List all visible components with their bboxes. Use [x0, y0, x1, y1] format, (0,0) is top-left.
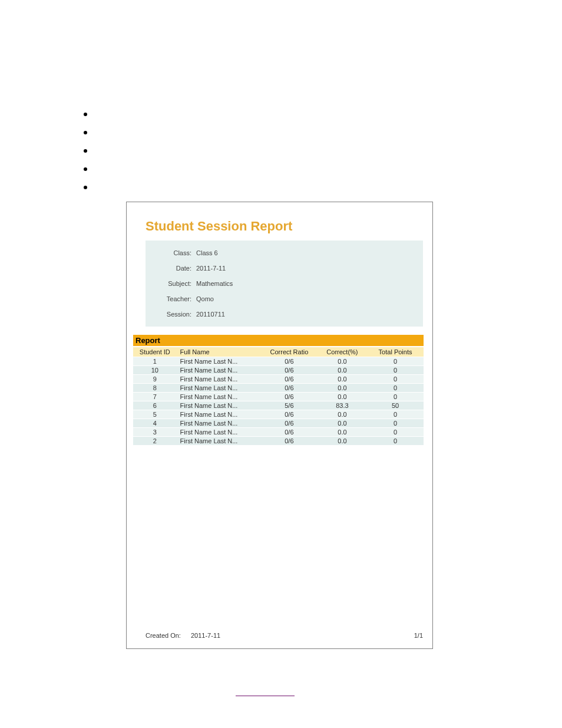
cell-total-points: 0: [367, 357, 424, 366]
info-row-date: Date: 2011-7-11: [146, 261, 423, 276]
info-label: Teacher:: [146, 295, 194, 302]
info-label: Date:: [146, 265, 194, 272]
col-total-points: Total Points: [367, 347, 424, 357]
cell-correct-pct: 0.0: [318, 357, 367, 366]
report-inner: Student Session Report Class: Class 6 Da…: [127, 202, 432, 648]
cell-student-id: 6: [133, 401, 177, 410]
underline-decoration: [236, 696, 295, 696]
col-correct-ratio: Correct Ratio: [261, 347, 318, 357]
cell-full-name: First Name Last N...: [177, 384, 261, 393]
info-row-session: Session: 20110711: [146, 307, 423, 322]
info-row-class: Class: Class 6: [146, 245, 423, 261]
page: Student Session Report Class: Class 6 Da…: [0, 0, 562, 728]
cell-correct-pct: 83.3: [318, 401, 367, 410]
cell-correct-ratio: 0/6: [261, 419, 318, 428]
cell-student-id: 2: [133, 437, 177, 446]
report-title: Student Session Report: [146, 219, 292, 234]
cell-student-id: 1: [133, 357, 177, 366]
col-correct-pct: Correct(%): [318, 347, 367, 357]
cell-total-points: 0: [367, 393, 424, 401]
table-row: 10First Name Last N...0/60.00: [133, 366, 424, 375]
info-value: 20110711: [194, 311, 225, 318]
cell-full-name: First Name Last N...: [177, 393, 261, 401]
cell-correct-pct: 0.0: [318, 428, 367, 437]
cell-correct-ratio: 0/6: [261, 375, 318, 384]
table-row: 7First Name Last N...0/60.00: [133, 393, 424, 401]
cell-student-id: 5: [133, 410, 177, 419]
cell-student-id: 10: [133, 366, 177, 375]
bullet-item: [84, 123, 87, 141]
page-number: 1/1: [414, 632, 423, 639]
cell-correct-ratio: 0/6: [261, 437, 318, 446]
cell-correct-ratio: 5/6: [261, 401, 318, 410]
cell-full-name: First Name Last N...: [177, 366, 261, 375]
cell-correct-ratio: 0/6: [261, 428, 318, 437]
cell-full-name: First Name Last N...: [177, 437, 261, 446]
cell-correct-pct: 0.0: [318, 375, 367, 384]
col-student-id: Student ID: [133, 347, 177, 357]
cell-total-points: 0: [367, 437, 424, 446]
cell-full-name: First Name Last N...: [177, 419, 261, 428]
table-row: 9First Name Last N...0/60.00: [133, 375, 424, 384]
cell-total-points: 50: [367, 401, 424, 410]
cell-total-points: 0: [367, 375, 424, 384]
bullet-item: [84, 178, 87, 196]
table-header-row: Student ID Full Name Correct Ratio Corre…: [133, 347, 424, 357]
created-on: Created On: 2011-7-11: [146, 632, 220, 639]
cell-total-points: 0: [367, 428, 424, 437]
cell-student-id: 8: [133, 384, 177, 393]
cell-total-points: 0: [367, 410, 424, 419]
cell-correct-pct: 0.0: [318, 437, 367, 446]
cell-full-name: First Name Last N...: [177, 375, 261, 384]
info-value: 2011-7-11: [194, 265, 226, 272]
info-label: Subject:: [146, 280, 194, 287]
cell-total-points: 0: [367, 366, 424, 375]
cell-correct-pct: 0.0: [318, 419, 367, 428]
table-row: 6First Name Last N...5/683.350: [133, 401, 424, 410]
bullet-item: [84, 141, 87, 160]
report-frame: Student Session Report Class: Class 6 Da…: [126, 202, 433, 649]
created-label: Created On:: [146, 632, 181, 639]
info-label: Class:: [146, 249, 194, 256]
cell-correct-ratio: 0/6: [261, 366, 318, 375]
table-row: 5First Name Last N...0/60.00: [133, 410, 424, 419]
bullet-item: [84, 105, 87, 123]
cell-full-name: First Name Last N...: [177, 401, 261, 410]
report-table: Student ID Full Name Correct Ratio Corre…: [133, 347, 424, 445]
info-row-teacher: Teacher: Qomo: [146, 291, 423, 307]
cell-student-id: 9: [133, 375, 177, 384]
info-value: Mathematics: [194, 280, 233, 287]
cell-correct-ratio: 0/6: [261, 384, 318, 393]
cell-correct-ratio: 0/6: [261, 410, 318, 419]
created-value: 2011-7-11: [191, 632, 220, 639]
info-label: Session:: [146, 311, 194, 318]
col-full-name: Full Name: [177, 347, 261, 357]
cell-correct-pct: 0.0: [318, 393, 367, 401]
cell-correct-ratio: 0/6: [261, 357, 318, 366]
cell-correct-pct: 0.0: [318, 410, 367, 419]
cell-student-id: 7: [133, 393, 177, 401]
cell-correct-pct: 0.0: [318, 366, 367, 375]
cell-total-points: 0: [367, 419, 424, 428]
cell-correct-ratio: 0/6: [261, 393, 318, 401]
bullet-list: [84, 105, 87, 196]
cell-correct-pct: 0.0: [318, 384, 367, 393]
cell-student-id: 4: [133, 419, 177, 428]
bullet-item: [84, 160, 87, 178]
cell-full-name: First Name Last N...: [177, 410, 261, 419]
cell-total-points: 0: [367, 384, 424, 393]
report-section-header: Report: [133, 335, 424, 346]
table-row: 4First Name Last N...0/60.00: [133, 419, 424, 428]
table-body: 1First Name Last N...0/60.0010First Name…: [133, 357, 424, 446]
info-value: Class 6: [194, 249, 218, 256]
info-box: Class: Class 6 Date: 2011-7-11 Subject: …: [146, 241, 423, 327]
table-row: 3First Name Last N...0/60.00: [133, 428, 424, 437]
table-row: 1First Name Last N...0/60.00: [133, 357, 424, 366]
table-row: 8First Name Last N...0/60.00: [133, 384, 424, 393]
report-footer: Created On: 2011-7-11 1/1: [146, 632, 423, 639]
info-value: Qomo: [194, 295, 214, 302]
cell-student-id: 3: [133, 428, 177, 437]
cell-full-name: First Name Last N...: [177, 428, 261, 437]
info-row-subject: Subject: Mathematics: [146, 276, 423, 291]
cell-full-name: First Name Last N...: [177, 357, 261, 366]
